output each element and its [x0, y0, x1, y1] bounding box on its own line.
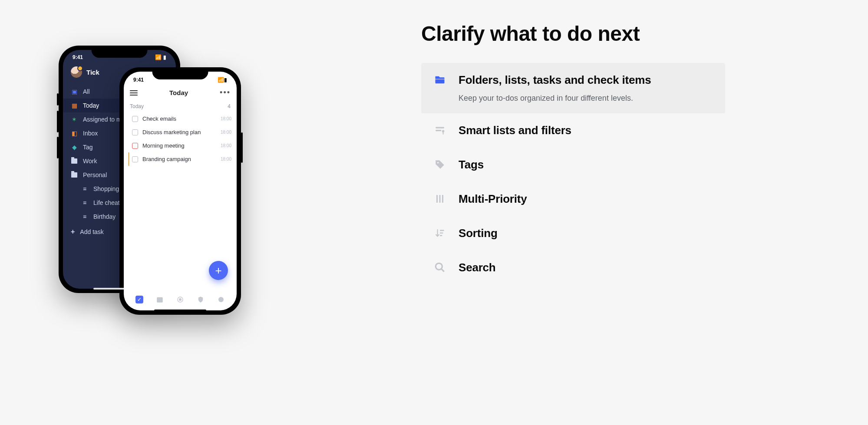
svg-rect-11: [442, 195, 443, 203]
task-label: Branding campaign: [142, 156, 216, 162]
status-time: 9:41: [133, 77, 144, 83]
task-row[interactable]: Morning meeting 18:00: [128, 139, 232, 152]
phone-mockups: 9:41 📶▮ Tick ▣ All ▦ Today: [59, 46, 284, 341]
fab-add-button[interactable]: +: [209, 261, 228, 280]
folder-icon: [433, 73, 446, 86]
section-count: 4: [228, 103, 231, 109]
task-label: Morning meeting: [142, 142, 216, 149]
person-icon: ✶: [71, 116, 78, 123]
plus-icon: +: [215, 264, 221, 277]
sort-icon: [433, 227, 446, 240]
task-label: Discuss marketing plan: [142, 129, 216, 135]
phone-today: 9:41 📶▮ Today ••• Today 4 Check emails: [119, 67, 241, 315]
svg-point-3: [218, 297, 224, 302]
list-icon: ≡: [81, 213, 88, 220]
inbox-icon: ◧: [71, 130, 78, 137]
task-row[interactable]: Branding campaign 18:00: [128, 152, 232, 166]
svg-point-6: [442, 130, 444, 132]
feature-title: Smart lists and filters: [459, 124, 571, 137]
task-row[interactable]: Check emails 18:00: [128, 112, 232, 125]
feature-title: Folders, lists, tasks and check items: [459, 73, 651, 87]
svg-rect-14: [440, 235, 442, 236]
sidebar-item-label: Assigned to me: [83, 116, 125, 123]
svg-rect-10: [439, 195, 441, 203]
feature-title: Multi-Priority: [459, 192, 527, 206]
tag-icon: ◆: [71, 144, 78, 151]
sidebar-item-label: Shopping: [93, 185, 119, 192]
status-icons: 📶▮: [218, 77, 227, 83]
sidebar-item-label: Tag: [83, 144, 93, 151]
svg-rect-4: [436, 127, 444, 128]
sidebar-item-label: Inbox: [83, 130, 98, 137]
feature-title: Search: [459, 261, 496, 274]
feature-folders[interactable]: Folders, lists, tasks and check items Ke…: [421, 63, 725, 113]
task-row[interactable]: Discuss marketing plan 18:00: [128, 125, 232, 139]
svg-rect-12: [440, 230, 444, 231]
task-time: 18:00: [221, 116, 231, 121]
feature-list: Folders, lists, tasks and check items Ke…: [421, 63, 725, 285]
check-icon: [135, 296, 143, 303]
priority-icon: [433, 192, 446, 205]
section-header[interactable]: Today 4: [124, 101, 237, 111]
search-icon: [433, 261, 446, 274]
checkbox[interactable]: [132, 129, 138, 135]
checkbox[interactable]: [132, 143, 138, 149]
add-task-label: Add task: [80, 228, 103, 235]
tab-focus[interactable]: [175, 295, 185, 304]
feature-search[interactable]: Search: [421, 250, 725, 285]
svg-line-16: [441, 269, 444, 272]
gear-icon: [217, 296, 225, 303]
task-time: 18:00: [221, 130, 231, 135]
page-headline: Clarify what to do next: [421, 22, 725, 46]
sidebar-item-label: Personal: [83, 171, 107, 178]
calendar-icon: [156, 296, 164, 303]
menu-button[interactable]: [130, 90, 138, 96]
sidebar-item-label: Work: [83, 158, 97, 165]
avatar[interactable]: [71, 66, 82, 78]
calendar-icon: ▦: [71, 102, 78, 109]
sidebar-item-label: Today: [83, 102, 99, 109]
feature-desc: Keep your to-dos organized in four diffe…: [459, 94, 651, 103]
sidebar-item-label: All: [83, 88, 90, 95]
section-label: Today: [130, 103, 144, 109]
tab-settings[interactable]: [216, 295, 226, 304]
shield-icon: [197, 296, 205, 303]
target-icon: [176, 296, 184, 303]
checkbox[interactable]: [132, 156, 138, 162]
feature-sorting[interactable]: Sorting: [421, 216, 725, 250]
status-icons: 📶▮: [153, 54, 166, 60]
tab-tasks[interactable]: [135, 295, 144, 304]
feature-title: Tags: [459, 158, 484, 171]
svg-point-2: [179, 299, 182, 301]
task-label: Check emails: [142, 115, 216, 122]
task-time: 18:00: [221, 143, 231, 148]
svg-point-8: [437, 162, 439, 163]
status-time: 9:41: [73, 54, 83, 60]
folder-open-icon: [71, 171, 78, 178]
tab-calendar[interactable]: [155, 295, 165, 304]
svg-rect-7: [443, 132, 444, 134]
svg-rect-5: [436, 130, 441, 131]
filter-icon: [433, 124, 446, 137]
screen-title: Today: [169, 89, 188, 96]
sidebar-item-label: Life cheat: [93, 199, 120, 206]
task-time: 18:00: [221, 157, 231, 161]
feature-title: Sorting: [459, 227, 498, 240]
stack-icon: ▣: [71, 88, 78, 95]
svg-rect-0: [157, 297, 163, 303]
tab-habits[interactable]: [196, 295, 205, 304]
checkbox[interactable]: [132, 116, 138, 122]
list-icon: ≡: [81, 185, 88, 192]
feature-smart-lists[interactable]: Smart lists and filters: [421, 113, 725, 148]
list-icon: ≡: [81, 199, 88, 206]
svg-point-15: [436, 263, 442, 270]
svg-rect-9: [436, 195, 438, 203]
tag-icon: [433, 158, 446, 171]
more-button[interactable]: •••: [220, 88, 231, 97]
feature-priority[interactable]: Multi-Priority: [421, 182, 725, 216]
sidebar-item-label: Birthday: [93, 213, 116, 220]
folder-icon: [71, 158, 78, 165]
app-name: Tick: [86, 69, 99, 76]
feature-tags[interactable]: Tags: [421, 148, 725, 182]
plus-icon: +: [71, 228, 75, 236]
